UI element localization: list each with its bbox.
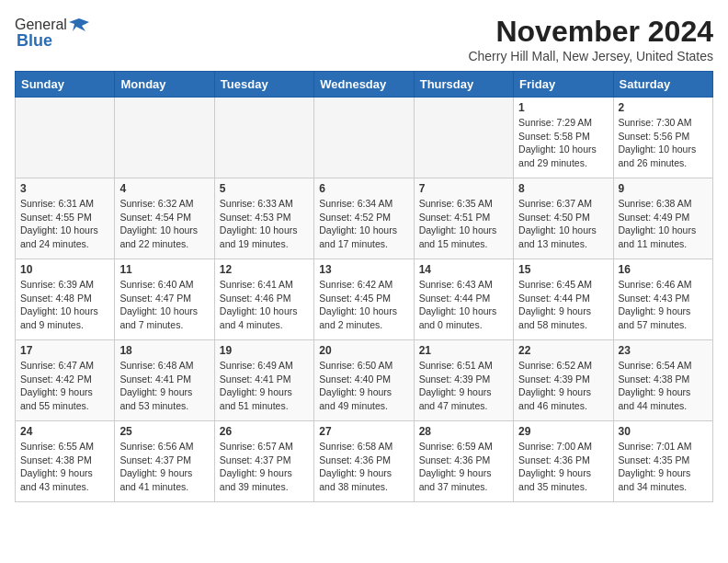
day-info: Sunrise: 6:31 AM Sunset: 4:55 PM Dayligh… bbox=[20, 197, 109, 251]
day-number: 22 bbox=[518, 344, 608, 357]
calendar-cell: 26Sunrise: 6:57 AM Sunset: 4:37 PM Dayli… bbox=[214, 421, 313, 502]
day-number: 14 bbox=[419, 263, 508, 276]
calendar-cell: 30Sunrise: 7:01 AM Sunset: 4:35 PM Dayli… bbox=[613, 421, 712, 502]
calendar-cell: 1Sunrise: 7:29 AM Sunset: 5:58 PM Daylig… bbox=[514, 98, 613, 178]
day-info: Sunrise: 6:32 AM Sunset: 4:54 PM Dayligh… bbox=[119, 197, 209, 251]
calendar-cell: 27Sunrise: 6:58 AM Sunset: 4:36 PM Dayli… bbox=[314, 421, 414, 502]
day-number: 2 bbox=[619, 101, 708, 114]
calendar-cell: 2Sunrise: 7:30 AM Sunset: 5:56 PM Daylig… bbox=[613, 98, 712, 178]
day-number: 27 bbox=[319, 425, 408, 438]
day-info: Sunrise: 7:01 AM Sunset: 4:35 PM Dayligh… bbox=[619, 440, 708, 494]
calendar-cell: 15Sunrise: 6:45 AM Sunset: 4:44 PM Dayli… bbox=[514, 259, 613, 340]
header: General Blue November 2024 Cherry Hill M… bbox=[15, 15, 713, 63]
day-info: Sunrise: 6:45 AM Sunset: 4:44 PM Dayligh… bbox=[518, 278, 608, 332]
day-number: 16 bbox=[619, 263, 708, 276]
calendar-header-row: SundayMondayTuesdayWednesdayThursdayFrid… bbox=[16, 72, 713, 98]
calendar-cell: 20Sunrise: 6:50 AM Sunset: 4:40 PM Dayli… bbox=[314, 340, 414, 421]
calendar-cell: 22Sunrise: 6:52 AM Sunset: 4:39 PM Dayli… bbox=[514, 340, 613, 421]
day-info: Sunrise: 6:50 AM Sunset: 4:40 PM Dayligh… bbox=[319, 359, 408, 413]
calendar-week-0: 1Sunrise: 7:29 AM Sunset: 5:58 PM Daylig… bbox=[16, 98, 713, 178]
day-number: 1 bbox=[518, 101, 608, 114]
day-number: 26 bbox=[220, 425, 309, 438]
day-number: 24 bbox=[20, 425, 109, 438]
day-number: 29 bbox=[518, 425, 608, 438]
calendar-cell: 5Sunrise: 6:33 AM Sunset: 4:53 PM Daylig… bbox=[214, 178, 313, 259]
calendar-week-4: 24Sunrise: 6:55 AM Sunset: 4:38 PM Dayli… bbox=[16, 421, 713, 502]
calendar-cell: 24Sunrise: 6:55 AM Sunset: 4:38 PM Dayli… bbox=[16, 421, 115, 502]
day-info: Sunrise: 7:30 AM Sunset: 5:56 PM Dayligh… bbox=[619, 116, 708, 170]
calendar-cell: 18Sunrise: 6:48 AM Sunset: 4:41 PM Dayli… bbox=[115, 340, 214, 421]
day-number: 12 bbox=[220, 263, 309, 276]
calendar-cell: 29Sunrise: 7:00 AM Sunset: 4:36 PM Dayli… bbox=[514, 421, 613, 502]
calendar-cell: 11Sunrise: 6:40 AM Sunset: 4:47 PM Dayli… bbox=[115, 259, 214, 340]
day-info: Sunrise: 6:42 AM Sunset: 4:45 PM Dayligh… bbox=[319, 278, 408, 332]
day-info: Sunrise: 6:52 AM Sunset: 4:39 PM Dayligh… bbox=[518, 359, 608, 413]
calendar-header-saturday: Saturday bbox=[613, 72, 712, 98]
calendar-cell: 28Sunrise: 6:59 AM Sunset: 4:36 PM Dayli… bbox=[414, 421, 513, 502]
calendar-cell bbox=[214, 98, 313, 178]
calendar-cell bbox=[115, 98, 214, 178]
calendar-cell: 12Sunrise: 6:41 AM Sunset: 4:46 PM Dayli… bbox=[214, 259, 313, 340]
day-info: Sunrise: 6:49 AM Sunset: 4:41 PM Dayligh… bbox=[220, 359, 309, 413]
day-info: Sunrise: 6:48 AM Sunset: 4:41 PM Dayligh… bbox=[119, 359, 209, 413]
day-number: 8 bbox=[518, 182, 608, 195]
day-number: 3 bbox=[20, 182, 109, 195]
day-number: 21 bbox=[419, 344, 508, 357]
day-number: 13 bbox=[319, 263, 408, 276]
calendar-cell: 10Sunrise: 6:39 AM Sunset: 4:48 PM Dayli… bbox=[16, 259, 115, 340]
day-number: 7 bbox=[419, 182, 508, 195]
day-info: Sunrise: 6:38 AM Sunset: 4:49 PM Dayligh… bbox=[619, 197, 708, 251]
day-info: Sunrise: 6:59 AM Sunset: 4:36 PM Dayligh… bbox=[419, 440, 508, 494]
day-info: Sunrise: 6:39 AM Sunset: 4:48 PM Dayligh… bbox=[20, 278, 109, 332]
day-number: 28 bbox=[419, 425, 508, 438]
day-number: 19 bbox=[220, 344, 309, 357]
calendar-header-tuesday: Tuesday bbox=[214, 72, 313, 98]
day-info: Sunrise: 6:41 AM Sunset: 4:46 PM Dayligh… bbox=[220, 278, 309, 332]
calendar-header-friday: Friday bbox=[514, 72, 613, 98]
day-number: 23 bbox=[619, 344, 708, 357]
day-info: Sunrise: 6:58 AM Sunset: 4:36 PM Dayligh… bbox=[319, 440, 408, 494]
calendar-cell: 3Sunrise: 6:31 AM Sunset: 4:55 PM Daylig… bbox=[16, 178, 115, 259]
day-number: 30 bbox=[619, 425, 708, 438]
month-title: November 2024 bbox=[468, 15, 713, 49]
day-number: 9 bbox=[619, 182, 708, 195]
day-info: Sunrise: 6:55 AM Sunset: 4:38 PM Dayligh… bbox=[20, 440, 109, 494]
calendar-cell: 9Sunrise: 6:38 AM Sunset: 4:49 PM Daylig… bbox=[613, 178, 712, 259]
calendar-header-monday: Monday bbox=[115, 72, 214, 98]
day-info: Sunrise: 6:35 AM Sunset: 4:51 PM Dayligh… bbox=[419, 197, 508, 251]
day-number: 17 bbox=[20, 344, 109, 357]
day-number: 18 bbox=[119, 344, 209, 357]
calendar-cell: 7Sunrise: 6:35 AM Sunset: 4:51 PM Daylig… bbox=[414, 178, 513, 259]
calendar-header-thursday: Thursday bbox=[414, 72, 513, 98]
day-number: 10 bbox=[20, 263, 109, 276]
calendar-cell bbox=[16, 98, 115, 178]
day-number: 4 bbox=[119, 182, 209, 195]
location-title: Cherry Hill Mall, New Jersey, United Sta… bbox=[468, 49, 713, 63]
logo-blue-text: Blue bbox=[17, 31, 52, 51]
calendar-cell: 23Sunrise: 6:54 AM Sunset: 4:38 PM Dayli… bbox=[613, 340, 712, 421]
calendar: SundayMondayTuesdayWednesdayThursdayFrid… bbox=[15, 71, 713, 502]
day-info: Sunrise: 7:00 AM Sunset: 4:36 PM Dayligh… bbox=[518, 440, 608, 494]
calendar-week-2: 10Sunrise: 6:39 AM Sunset: 4:48 PM Dayli… bbox=[16, 259, 713, 340]
title-block: November 2024 Cherry Hill Mall, New Jers… bbox=[468, 15, 713, 63]
day-info: Sunrise: 6:56 AM Sunset: 4:37 PM Dayligh… bbox=[119, 440, 209, 494]
logo: General Blue bbox=[15, 15, 89, 51]
calendar-cell: 13Sunrise: 6:42 AM Sunset: 4:45 PM Dayli… bbox=[314, 259, 414, 340]
logo-bird-icon bbox=[69, 15, 89, 35]
day-number: 25 bbox=[119, 425, 209, 438]
calendar-week-3: 17Sunrise: 6:47 AM Sunset: 4:42 PM Dayli… bbox=[16, 340, 713, 421]
day-info: Sunrise: 6:43 AM Sunset: 4:44 PM Dayligh… bbox=[419, 278, 508, 332]
calendar-week-1: 3Sunrise: 6:31 AM Sunset: 4:55 PM Daylig… bbox=[16, 178, 713, 259]
day-info: Sunrise: 6:33 AM Sunset: 4:53 PM Dayligh… bbox=[220, 197, 309, 251]
day-number: 11 bbox=[119, 263, 209, 276]
calendar-cell: 6Sunrise: 6:34 AM Sunset: 4:52 PM Daylig… bbox=[314, 178, 414, 259]
calendar-cell: 21Sunrise: 6:51 AM Sunset: 4:39 PM Dayli… bbox=[414, 340, 513, 421]
calendar-cell: 16Sunrise: 6:46 AM Sunset: 4:43 PM Dayli… bbox=[613, 259, 712, 340]
day-info: Sunrise: 6:34 AM Sunset: 4:52 PM Dayligh… bbox=[319, 197, 408, 251]
day-number: 5 bbox=[220, 182, 309, 195]
calendar-cell: 19Sunrise: 6:49 AM Sunset: 4:41 PM Dayli… bbox=[214, 340, 313, 421]
calendar-cell: 17Sunrise: 6:47 AM Sunset: 4:42 PM Dayli… bbox=[16, 340, 115, 421]
day-info: Sunrise: 6:54 AM Sunset: 4:38 PM Dayligh… bbox=[619, 359, 708, 413]
day-number: 15 bbox=[518, 263, 608, 276]
svg-marker-0 bbox=[69, 18, 89, 31]
